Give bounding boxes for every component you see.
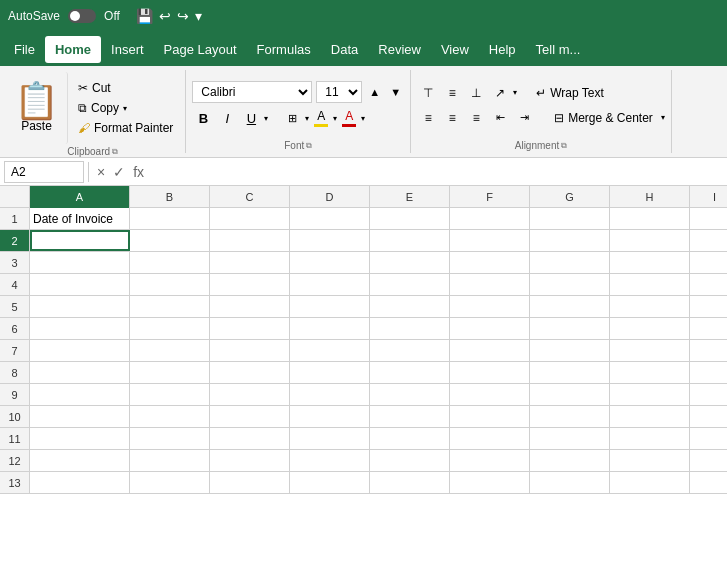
font-expand-icon[interactable]: ⧉ (306, 141, 312, 151)
col-header-c[interactable]: C (210, 186, 290, 208)
menu-file[interactable]: File (4, 36, 45, 63)
cell-i5[interactable] (690, 296, 727, 317)
cell-e7[interactable] (370, 340, 450, 361)
cell-c6[interactable] (210, 318, 290, 339)
more-icon[interactable]: ▾ (195, 8, 202, 24)
borders-button[interactable]: ⊞ (281, 107, 303, 129)
confirm-icon[interactable]: ✓ (113, 164, 125, 180)
menu-insert[interactable]: Insert (101, 36, 154, 63)
cell-c10[interactable] (210, 406, 290, 427)
cell-h8[interactable] (610, 362, 690, 383)
cell-b9[interactable] (130, 384, 210, 405)
cell-i9[interactable] (690, 384, 727, 405)
font-size-select[interactable]: 11 (316, 81, 362, 103)
merge-dropdown[interactable]: ▾ (661, 113, 665, 122)
cell-g8[interactable] (530, 362, 610, 383)
cell-g12[interactable] (530, 450, 610, 471)
cell-c8[interactable] (210, 362, 290, 383)
italic-button[interactable]: I (216, 107, 238, 129)
cell-a2[interactable] (30, 230, 130, 251)
col-header-g[interactable]: G (530, 186, 610, 208)
cell-d4[interactable] (290, 274, 370, 295)
cell-e1[interactable] (370, 208, 450, 229)
cell-h2[interactable] (610, 230, 690, 251)
cell-c13[interactable] (210, 472, 290, 493)
cell-c2[interactable] (210, 230, 290, 251)
col-header-i[interactable]: I (690, 186, 727, 208)
cell-g4[interactable] (530, 274, 610, 295)
clipboard-expand-icon[interactable]: ⧉ (112, 147, 118, 157)
cell-i13[interactable] (690, 472, 727, 493)
cell-f10[interactable] (450, 406, 530, 427)
cell-i7[interactable] (690, 340, 727, 361)
cell-f6[interactable] (450, 318, 530, 339)
cell-a11[interactable] (30, 428, 130, 449)
underline-button[interactable]: U (240, 107, 262, 129)
cell-d9[interactable] (290, 384, 370, 405)
formula-input[interactable] (148, 163, 723, 181)
fill-color-button[interactable]: A (311, 107, 331, 129)
cell-e6[interactable] (370, 318, 450, 339)
cell-g3[interactable] (530, 252, 610, 273)
cell-d8[interactable] (290, 362, 370, 383)
format-painter-button[interactable]: 🖌 Format Painter (72, 119, 179, 137)
font-color-dropdown[interactable]: ▾ (361, 114, 365, 123)
cell-g1[interactable] (530, 208, 610, 229)
cell-a9[interactable] (30, 384, 130, 405)
copy-button[interactable]: ⧉ Copy ▾ (72, 99, 179, 117)
cell-c7[interactable] (210, 340, 290, 361)
cell-i12[interactable] (690, 450, 727, 471)
undo-icon[interactable]: ↩ (159, 8, 171, 24)
orientation-button[interactable]: ↗ (489, 82, 511, 104)
cell-h5[interactable] (610, 296, 690, 317)
col-header-a[interactable]: A (30, 186, 130, 208)
cell-reference-input[interactable] (4, 161, 84, 183)
cell-f11[interactable] (450, 428, 530, 449)
cell-g6[interactable] (530, 318, 610, 339)
increase-indent-button[interactable]: ⇥ (513, 107, 535, 129)
cell-e4[interactable] (370, 274, 450, 295)
top-align-button[interactable]: ⊤ (417, 82, 439, 104)
wrap-text-button[interactable]: ↵ Wrap Text (530, 83, 610, 103)
bottom-align-button[interactable]: ⊥ (465, 82, 487, 104)
cell-e2[interactable] (370, 230, 450, 251)
cell-d6[interactable] (290, 318, 370, 339)
cell-b6[interactable] (130, 318, 210, 339)
cell-d12[interactable] (290, 450, 370, 471)
cell-e9[interactable] (370, 384, 450, 405)
middle-align-button[interactable]: ≡ (441, 82, 463, 104)
cell-b13[interactable] (130, 472, 210, 493)
cell-c3[interactable] (210, 252, 290, 273)
bold-button[interactable]: B (192, 107, 214, 129)
cell-g11[interactable] (530, 428, 610, 449)
redo-icon[interactable]: ↪ (177, 8, 189, 24)
cell-d7[interactable] (290, 340, 370, 361)
cell-a6[interactable] (30, 318, 130, 339)
cell-e12[interactable] (370, 450, 450, 471)
cell-d2[interactable] (290, 230, 370, 251)
menu-view[interactable]: View (431, 36, 479, 63)
font-color-button[interactable]: A (339, 107, 359, 129)
cell-h4[interactable] (610, 274, 690, 295)
paste-button[interactable]: 📋 Paste (6, 72, 68, 144)
cell-h3[interactable] (610, 252, 690, 273)
cell-i4[interactable] (690, 274, 727, 295)
cell-e8[interactable] (370, 362, 450, 383)
cell-g9[interactable] (530, 384, 610, 405)
cell-a5[interactable] (30, 296, 130, 317)
font-name-select[interactable]: Calibri (192, 81, 312, 103)
cell-a12[interactable] (30, 450, 130, 471)
fill-dropdown[interactable]: ▾ (333, 114, 337, 123)
cell-b11[interactable] (130, 428, 210, 449)
menu-tell-me[interactable]: Tell m... (526, 36, 591, 63)
function-icon[interactable]: fx (133, 164, 144, 180)
cell-a1[interactable]: Date of Invoice (30, 208, 130, 229)
cell-g5[interactable] (530, 296, 610, 317)
cell-a7[interactable] (30, 340, 130, 361)
cell-a8[interactable] (30, 362, 130, 383)
cut-button[interactable]: ✂ Cut (72, 79, 179, 97)
cell-d1[interactable] (290, 208, 370, 229)
cell-f12[interactable] (450, 450, 530, 471)
cell-g7[interactable] (530, 340, 610, 361)
cell-d13[interactable] (290, 472, 370, 493)
